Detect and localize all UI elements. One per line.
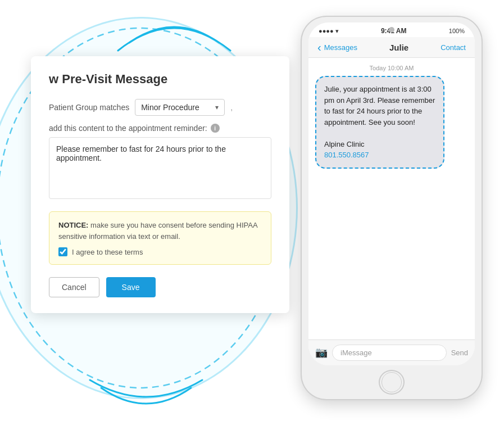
status-battery: 100% xyxy=(449,28,465,34)
dropdown-value: Minor Procedure xyxy=(141,103,199,112)
messages-area: Today 10:00 AM Julie, your appointment i… xyxy=(308,58,475,340)
phone-screen: ●●●● ▾ 9:41 AM 100% Messages Julie Conta… xyxy=(308,22,475,365)
clinic-name: Alpine Clinic xyxy=(324,139,435,150)
patient-group-dropdown[interactable]: Minor Procedure ▾ xyxy=(135,99,225,116)
top-arc xyxy=(112,11,236,56)
notice-content: make sure you have consent before sendin… xyxy=(58,221,257,241)
modal-title: w Pre-Visit Message xyxy=(49,72,271,87)
input-bar: 📷 iMessage Send xyxy=(308,340,475,365)
patient-group-row: Patient Group matches Minor Procedure ▾ … xyxy=(49,99,271,116)
phone-device: ●●●● ▾ 9:41 AM 100% Messages Julie Conta… xyxy=(302,17,482,399)
home-button-inner xyxy=(382,372,402,392)
status-signal: ●●●● ▾ xyxy=(319,28,339,35)
contact-button[interactable]: Contact xyxy=(441,43,466,52)
camera-icon[interactable]: 📷 xyxy=(315,346,328,359)
clinic-phone[interactable]: 801.550.8567 xyxy=(324,150,435,161)
agree-row: I agree to these terms xyxy=(58,247,262,256)
agree-checkbox[interactable] xyxy=(58,247,67,256)
notice-box: NOTICE: make sure you have consent befor… xyxy=(49,211,271,265)
agree-label[interactable]: I agree to these terms xyxy=(72,248,143,256)
bottom-arc xyxy=(79,374,214,408)
send-button[interactable]: Send xyxy=(451,349,468,357)
notice-bold: NOTICE: xyxy=(58,221,88,229)
home-button[interactable] xyxy=(379,370,405,395)
bubble-text-1: Julie, your appointment is at 3:00 pm on… xyxy=(324,85,435,126)
chat-bubble: Julie, your appointment is at 3:00 pm on… xyxy=(315,76,444,169)
bubble-clinic: Alpine Clinic 801.550.8567 xyxy=(324,139,435,161)
nav-title: Julie xyxy=(389,43,408,52)
bubble-main-text: Julie, your appointment is at 3:00 pm on… xyxy=(324,84,435,128)
camera-dot xyxy=(389,27,394,33)
scene: w Pre-Visit Message Patient Group matche… xyxy=(0,0,504,439)
patient-group-label: Patient Group matches xyxy=(49,103,129,112)
cancel-button[interactable]: Cancel xyxy=(49,277,99,297)
info-icon[interactable]: i xyxy=(211,124,220,133)
button-row: Cancel Save xyxy=(49,277,271,297)
content-label-row: add this content to the appointment remi… xyxy=(49,124,271,133)
message-timestamp: Today 10:00 AM xyxy=(315,58,468,76)
chevron-down-icon: ▾ xyxy=(215,103,219,111)
modal-dialog: w Pre-Visit Message Patient Group matche… xyxy=(31,56,289,313)
imessage-input[interactable]: iMessage xyxy=(332,345,447,361)
comma-separator: , xyxy=(230,103,233,112)
notice-text: NOTICE: make sure you have consent befor… xyxy=(58,220,262,242)
back-button[interactable]: Messages xyxy=(317,42,357,53)
content-label-text: add this content to the appointment remi… xyxy=(49,124,207,133)
signal-bars: ●●●● xyxy=(319,28,334,34)
save-button[interactable]: Save xyxy=(106,277,156,297)
message-textarea[interactable]: Please remember to fast for 24 hours pri… xyxy=(49,137,271,199)
wifi-icon: ▾ xyxy=(335,28,339,35)
nav-bar: Messages Julie Contact xyxy=(308,37,475,58)
